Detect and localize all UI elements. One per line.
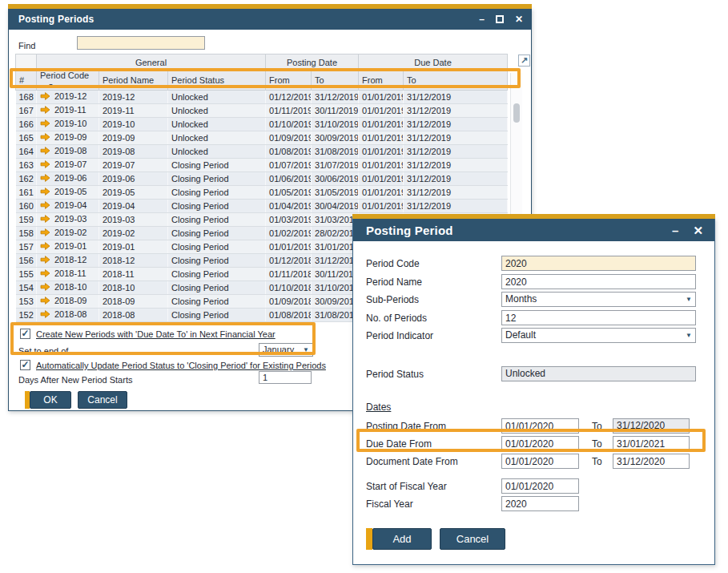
start-of-fiscal-year-label: Start of Fiscal Year (366, 481, 447, 492)
period-row[interactable]: 1682019-122019-12Unlocked01/12/201931/12… (16, 91, 508, 104)
close-icon[interactable]: ✕ (693, 224, 703, 236)
period-code-cell[interactable]: 2018-11 (37, 268, 99, 281)
link-arrow-icon[interactable] (40, 309, 50, 321)
link-arrow-icon[interactable] (40, 268, 50, 280)
sub-periods-dropdown[interactable]: Months ▼ (501, 292, 696, 307)
period-row[interactable]: 1602019-042019-04Closing Period01/04/201… (16, 200, 508, 213)
due-to-cell: 31/12/2019 (404, 104, 508, 118)
link-arrow-icon[interactable] (40, 282, 50, 294)
col-posting-to[interactable]: To (312, 71, 359, 91)
link-arrow-icon[interactable] (40, 296, 50, 308)
link-arrow-icon[interactable] (40, 146, 50, 158)
scrollbar-thumb[interactable] (513, 103, 520, 123)
find-input[interactable] (77, 36, 205, 50)
create-new-periods-label[interactable]: Create New Periods with 'Due Date To' in… (36, 329, 276, 339)
period-code-cell[interactable]: 2019-10 (37, 118, 99, 131)
row-number-cell: 154 (16, 281, 37, 295)
col-due-to[interactable]: To (404, 71, 508, 91)
posting-from-cell: 01/05/2019 (266, 186, 312, 200)
auto-update-checkbox[interactable]: ✓ (20, 360, 30, 370)
period-row[interactable]: 1672019-112019-11Unlocked01/11/201930/11… (16, 104, 508, 118)
link-arrow-icon[interactable] (40, 228, 50, 240)
period-code-cell[interactable]: 2018-10 (37, 281, 99, 295)
cancel-button[interactable]: Cancel (440, 528, 505, 550)
set-to-end-dropdown[interactable]: January ▼ (259, 343, 313, 357)
document-date-to-input[interactable] (613, 454, 690, 469)
period-code-cell[interactable]: 2019-07 (37, 159, 99, 172)
col-posting-from[interactable]: From (266, 71, 312, 91)
close-icon[interactable]: ✕ (515, 14, 523, 24)
link-arrow-icon[interactable] (40, 132, 50, 144)
period-row[interactable]: 1662019-102019-10Unlocked01/10/201931/10… (16, 118, 508, 131)
due-date-from-input[interactable] (501, 436, 579, 451)
posting-to-cell: 30/11/2019 (312, 104, 359, 118)
period-code-input[interactable] (501, 256, 696, 271)
period-code-cell[interactable]: 2019-02 (37, 227, 99, 240)
group-general: General (37, 54, 266, 71)
document-date-from-input[interactable] (501, 454, 579, 469)
period-code-cell[interactable]: 2019-09 (37, 131, 99, 145)
period-code-cell[interactable]: 2019-12 (37, 91, 99, 104)
row-number-cell: 156 (16, 254, 37, 268)
period-code-cell[interactable]: 2019-11 (37, 104, 99, 118)
period-status-cell: Closing Period (168, 281, 266, 295)
period-code-cell[interactable]: 2018-12 (37, 254, 99, 268)
period-code-cell[interactable]: 2019-05 (37, 186, 99, 200)
due-date-to-input[interactable] (613, 436, 690, 451)
start-of-fiscal-year-input[interactable] (501, 478, 579, 494)
period-indicator-dropdown[interactable]: Default ▼ (501, 328, 696, 343)
minimize-icon[interactable]: – (479, 14, 485, 24)
col-period-code[interactable]: Period Code ▼ (37, 71, 99, 91)
period-code-cell[interactable]: 2019-08 (37, 145, 99, 159)
col-num[interactable]: # (16, 71, 37, 91)
period-code-cell[interactable]: 2019-03 (37, 213, 99, 227)
posting-period-titlebar[interactable]: Posting Period – ✕ (353, 219, 714, 241)
period-code-cell[interactable]: 2019-06 (37, 172, 99, 186)
period-name-input[interactable] (501, 274, 696, 289)
period-code-cell[interactable]: 2018-09 (37, 295, 99, 309)
link-arrow-icon[interactable] (40, 105, 50, 117)
days-after-input[interactable] (259, 371, 312, 384)
add-button[interactable]: Add (372, 528, 432, 550)
maximize-icon[interactable] (496, 15, 504, 23)
period-row[interactable]: 1632019-072019-07Closing Period01/07/201… (16, 159, 508, 172)
expand-form-icon[interactable]: ↗ (518, 54, 530, 67)
period-code-cell[interactable]: 2019-04 (37, 200, 99, 213)
period-status-cell: Closing Period (168, 295, 266, 309)
link-arrow-icon[interactable] (40, 187, 50, 199)
col-due-from[interactable]: From (359, 71, 404, 91)
minimize-icon[interactable]: – (672, 224, 678, 236)
period-name-cell: 2019-07 (99, 159, 168, 172)
posting-to-cell: 31/10/2019 (312, 118, 359, 131)
ok-button[interactable]: OK (30, 391, 71, 409)
create-new-periods-checkbox[interactable]: ✓ (20, 329, 30, 339)
period-row[interactable]: 1642019-082019-08Unlocked01/08/201931/08… (16, 145, 508, 159)
link-arrow-icon[interactable] (40, 255, 50, 267)
link-arrow-icon[interactable] (40, 173, 50, 185)
fiscal-year-input[interactable] (501, 496, 579, 511)
link-arrow-icon[interactable] (40, 241, 50, 253)
cancel-button[interactable]: Cancel (78, 391, 127, 409)
posting-periods-titlebar[interactable]: Posting Periods – ✕ (9, 9, 531, 30)
period-row[interactable]: 1612019-052019-05Closing Period01/05/201… (16, 186, 508, 200)
col-period-name[interactable]: Period Name (99, 71, 168, 91)
link-arrow-icon[interactable] (40, 91, 50, 103)
filter-icon[interactable]: ▼ (48, 83, 54, 88)
period-status-field: Unlocked (501, 366, 696, 381)
period-code-cell[interactable]: 2019-01 (37, 240, 99, 254)
posting-date-from-input[interactable] (501, 418, 579, 434)
posting-to-cell: 30/11/2018 (312, 268, 359, 281)
period-row[interactable]: 1622019-062019-06Closing Period01/06/201… (16, 172, 508, 186)
period-status-cell: Closing Period (168, 159, 266, 172)
link-arrow-icon[interactable] (40, 159, 50, 171)
auto-update-label[interactable]: Automatically Update Period Status to 'C… (36, 361, 326, 370)
no-of-periods-input[interactable] (501, 310, 696, 325)
period-row[interactable]: 1652019-092019-09Unlocked01/09/201930/09… (16, 131, 508, 145)
col-period-status[interactable]: Period Status (168, 71, 266, 91)
link-arrow-icon[interactable] (40, 119, 50, 131)
link-arrow-icon[interactable] (40, 214, 50, 226)
posting-from-cell: 01/09/2019 (266, 131, 312, 145)
period-code-cell[interactable]: 2018-08 (37, 309, 99, 322)
chevron-down-icon: ▼ (303, 343, 309, 357)
link-arrow-icon[interactable] (40, 200, 50, 212)
